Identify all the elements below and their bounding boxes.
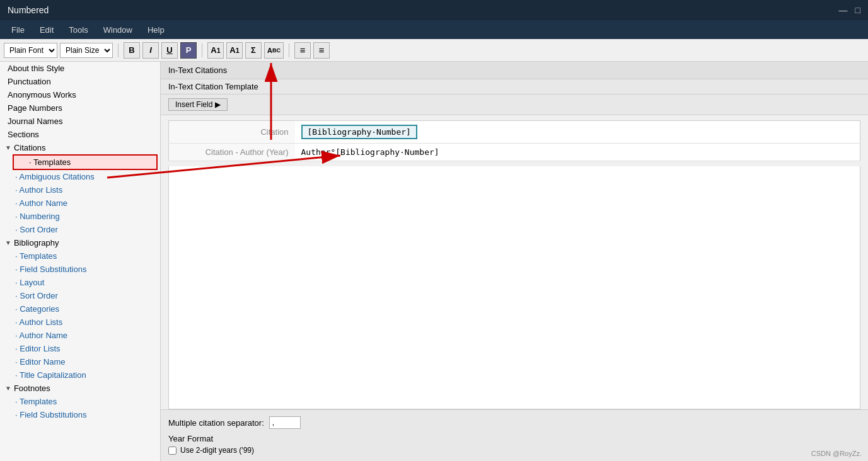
checkbox-row: Use 2-digit years ('99) bbox=[168, 446, 860, 455]
year-format-label: Year Format bbox=[168, 434, 860, 443]
menu-bar: File Edit Tools Window Help bbox=[0, 20, 868, 39]
empty-template-area bbox=[168, 166, 860, 409]
menu-edit[interactable]: Edit bbox=[33, 23, 60, 37]
sidebar-section-bibliography[interactable]: ▼ Bibliography bbox=[0, 236, 160, 249]
sidebar-item-citations-templates[interactable]: · Templates bbox=[13, 154, 158, 170]
template-table: Citation [Bibliography·Number] Citation … bbox=[168, 120, 860, 161]
sidebar-item-about[interactable]: About this Style bbox=[0, 62, 160, 75]
sidebar-item-biblio-layout[interactable]: · Layout bbox=[0, 276, 160, 289]
citation-author-year-label: Citation - Author (Year) bbox=[169, 144, 295, 161]
title-bar: Numbered — □ bbox=[0, 0, 868, 20]
bold-button[interactable]: B bbox=[124, 42, 140, 59]
citation-label: Citation bbox=[169, 121, 295, 144]
content-header: In-Text Citations bbox=[161, 62, 868, 79]
sidebar-item-punctuation[interactable]: Punctuation bbox=[0, 75, 160, 88]
toolbar: Plain Font Plain Size B I U P A1 A1 Σ AB… bbox=[0, 39, 868, 62]
separator-input[interactable] bbox=[269, 416, 301, 429]
sidebar-item-citations-sortorder[interactable]: · Sort Order bbox=[0, 223, 160, 236]
sidebar-item-citations-authorlists[interactable]: · Author Lists bbox=[0, 183, 160, 196]
two-digit-years-checkbox[interactable] bbox=[168, 447, 176, 455]
footnotes-expand-icon: ▼ bbox=[5, 385, 11, 392]
align-left-button[interactable]: ≡ bbox=[294, 42, 311, 59]
citation-value[interactable]: [Bibliography·Number] bbox=[295, 121, 860, 144]
content-area: In-Text Citations In-Text Citation Templ… bbox=[161, 62, 868, 461]
sigma-button[interactable]: Σ bbox=[245, 42, 262, 59]
sidebar-item-footnotes-templates[interactable]: · Templates bbox=[0, 395, 160, 408]
superscript-button[interactable]: A1 bbox=[207, 42, 224, 59]
citations-expand-icon: ▼ bbox=[5, 144, 11, 151]
table-row: Citation [Bibliography·Number] bbox=[169, 121, 860, 144]
subscript-button[interactable]: A1 bbox=[226, 42, 243, 59]
watermark: CSDN @RoyZz. bbox=[811, 450, 862, 457]
sidebar-item-numbering[interactable]: · Numbering bbox=[0, 210, 160, 223]
toolbar-sep-3 bbox=[289, 43, 289, 57]
align-right-button[interactable]: ≡ bbox=[313, 42, 330, 59]
insert-field-arrow-icon: ▶ bbox=[215, 100, 221, 109]
sidebar-item-biblio-templates[interactable]: · Templates bbox=[0, 249, 160, 263]
title-bar-controls: — □ bbox=[839, 5, 860, 15]
content-subheader: In-Text Citation Template bbox=[161, 79, 868, 94]
sidebar-item-biblio-titlecap[interactable]: · Title Capitalization bbox=[0, 368, 160, 382]
separator-row: Multiple citation separator: bbox=[168, 416, 860, 429]
bibliography-label: Bibliography bbox=[14, 238, 59, 248]
sidebar-item-anonymous[interactable]: Anonymous Works bbox=[0, 88, 160, 101]
citations-label: Citations bbox=[14, 143, 46, 152]
sidebar-item-pagenumbers[interactable]: Page Numbers bbox=[0, 101, 160, 115]
app-title: Numbered bbox=[8, 5, 49, 15]
toolbar-sep-1 bbox=[118, 43, 119, 57]
sidebar-section-footnotes[interactable]: ▼ Footnotes bbox=[0, 382, 160, 395]
sidebar-item-biblio-editorlists[interactable]: · Editor Lists bbox=[0, 342, 160, 355]
sidebar-item-sections[interactable]: Sections bbox=[0, 128, 160, 141]
year-format-section: Year Format Use 2-digit years ('99) bbox=[168, 434, 860, 455]
sidebar-item-citations-authorname[interactable]: · Author Name bbox=[0, 196, 160, 210]
insert-field-bar: Insert Field ▶ bbox=[161, 94, 868, 115]
sidebar-item-biblio-categories[interactable]: · Categories bbox=[0, 302, 160, 316]
sidebar-item-biblio-editorname[interactable]: · Editor Name bbox=[0, 355, 160, 368]
sidebar: About this Style Punctuation Anonymous W… bbox=[0, 62, 161, 461]
bottom-section: Multiple citation separator: Year Format… bbox=[161, 409, 868, 461]
abc-button[interactable]: ABC bbox=[264, 42, 284, 59]
two-digit-years-label: Use 2-digit years ('99) bbox=[180, 446, 254, 455]
underline-button[interactable]: U bbox=[161, 42, 178, 59]
sidebar-item-biblio-authorlists[interactable]: · Author Lists bbox=[0, 316, 160, 329]
sidebar-item-biblio-sortorder[interactable]: · Sort Order bbox=[0, 289, 160, 302]
sidebar-item-footnotes-fieldsubst[interactable]: · Field Substitutions bbox=[0, 408, 160, 421]
insert-field-label: Insert Field bbox=[175, 100, 212, 109]
table-row: Citation - Author (Year) Author°[Bibliog… bbox=[169, 144, 860, 161]
main-layout: About this Style Punctuation Anonymous W… bbox=[0, 62, 868, 461]
sidebar-section-citations[interactable]: ▼ Citations bbox=[0, 141, 160, 154]
menu-tools[interactable]: Tools bbox=[62, 23, 94, 37]
bibliography-number-field[interactable]: [Bibliography·Number] bbox=[301, 125, 417, 139]
font-dropdown[interactable]: Plain Font bbox=[4, 43, 57, 58]
bibliography-expand-icon: ▼ bbox=[5, 239, 11, 246]
sidebar-item-biblio-fieldsubst[interactable]: · Field Substitutions bbox=[0, 263, 160, 276]
plain-button[interactable]: P bbox=[180, 42, 197, 59]
minimize-btn[interactable]: — bbox=[839, 5, 848, 15]
size-dropdown[interactable]: Plain Size bbox=[60, 43, 113, 58]
sidebar-item-journalnames[interactable]: Journal Names bbox=[0, 115, 160, 128]
separator-label: Multiple citation separator: bbox=[168, 418, 264, 428]
italic-button[interactable]: I bbox=[142, 42, 159, 59]
citation-author-year-value[interactable]: Author°[Bibliography·Number] bbox=[295, 144, 860, 161]
menu-help[interactable]: Help bbox=[141, 23, 171, 37]
menu-window[interactable]: Window bbox=[97, 23, 139, 37]
maximize-btn[interactable]: □ bbox=[855, 5, 860, 15]
insert-field-button[interactable]: Insert Field ▶ bbox=[168, 98, 228, 111]
sidebar-item-ambiguous[interactable]: · Ambiguous Citations bbox=[0, 170, 160, 183]
sidebar-item-biblio-authorname[interactable]: · Author Name bbox=[0, 329, 160, 342]
menu-file[interactable]: File bbox=[5, 23, 31, 37]
footnotes-label: Footnotes bbox=[14, 384, 50, 393]
toolbar-sep-2 bbox=[202, 43, 202, 57]
